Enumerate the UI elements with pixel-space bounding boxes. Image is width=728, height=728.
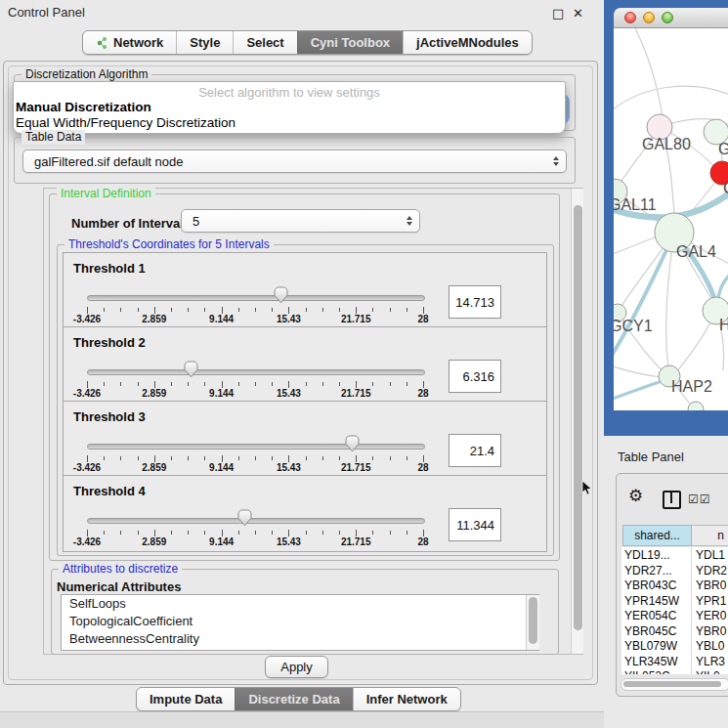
attribute-item-topologicalcoefficient[interactable]: TopologicalCoefficient	[62, 613, 538, 630]
table-cell[interactable]: YDR2	[696, 564, 727, 578]
table-cell[interactable]: YLR345W	[624, 655, 678, 668]
close-window-icon[interactable]: ✕	[573, 6, 583, 21]
minimize-light-icon[interactable]	[643, 12, 655, 23]
threshold-value-field[interactable]: 21.4	[449, 434, 501, 467]
table-cell[interactable]: YDR27...	[624, 564, 672, 578]
float-window-icon[interactable]: □	[552, 6, 564, 21]
tab-jactivemnodules[interactable]: jActiveMNodules	[403, 31, 532, 54]
attributes-list-scrollbar[interactable]	[526, 595, 539, 650]
slider-tick	[356, 381, 357, 388]
number-of-intervals-select[interactable]: 5	[181, 209, 420, 233]
slider-tick	[339, 531, 340, 535]
network-window-titlebar[interactable]	[614, 8, 728, 28]
numerical-attributes-list[interactable]: SelfLoopsTopologicalCoefficientBetweenne…	[61, 594, 539, 651]
tab-style[interactable]: Style	[176, 31, 233, 54]
table-data-selected-value: galFiltered.sif default node	[34, 154, 183, 169]
close-light-icon[interactable]	[624, 12, 636, 23]
attribute-item-selfloops[interactable]: SelfLoops	[62, 595, 538, 613]
tab-cyni-toolbox[interactable]: Cyni Toolbox	[297, 31, 403, 54]
algorithm-option-manual-discretization[interactable]: Manual Discretization	[16, 100, 151, 114]
table-cell[interactable]: YIL052C	[624, 669, 670, 674]
slider-tick	[87, 381, 88, 388]
table-cell[interactable]: YBR0	[696, 624, 726, 638]
table-cell[interactable]: YDL19...	[624, 548, 670, 562]
slider-tick	[255, 308, 256, 312]
columns-icon[interactable]	[663, 491, 681, 509]
network-canvas[interactable]: GAL80GACGAL11GAL4GCY1HHAP2	[614, 28, 728, 410]
tab-discretize-data[interactable]: Discretize Data	[235, 688, 352, 710]
slider-handle[interactable]	[236, 509, 253, 531]
slider-tick	[306, 531, 307, 535]
slider-tick	[120, 308, 121, 312]
table-row[interactable]: YBR045CYBR0	[621, 623, 728, 639]
slider-handle[interactable]	[273, 286, 289, 308]
slider-tick	[339, 382, 340, 386]
table-cell[interactable]: YER0	[696, 609, 726, 622]
table-row[interactable]: YLR345WYLR3	[621, 654, 728, 669]
threshold-value-field[interactable]: 11.344	[449, 508, 501, 541]
slider-tick	[171, 308, 172, 312]
scrollbar-thumb[interactable]	[529, 597, 537, 644]
threshold-value-field[interactable]: 6.316	[449, 360, 501, 393]
slider-tick	[104, 456, 105, 460]
tab-label: Cyni Toolbox	[311, 35, 390, 50]
column-header-name[interactable]: n	[692, 525, 728, 546]
table-row[interactable]: YER054CYER0	[621, 608, 728, 623]
table-cell[interactable]: YPR1	[696, 594, 726, 608]
checkbox-icons[interactable]: ☑☑	[688, 492, 711, 506]
table-cell[interactable]: YBR045C	[624, 624, 676, 638]
slider-tick	[204, 382, 205, 386]
slider-handle[interactable]	[344, 435, 361, 456]
slider-track[interactable]	[87, 444, 425, 450]
tab-impute-data[interactable]: Impute Data	[137, 688, 235, 710]
slider-tick	[288, 455, 289, 462]
slider-tick	[171, 382, 172, 386]
slider-tick	[322, 531, 323, 535]
table-cell[interactable]: YIL0	[696, 669, 720, 674]
table-cell[interactable]: YDL1	[696, 548, 725, 562]
gear-icon[interactable]: ⚙	[628, 488, 643, 504]
slider-track[interactable]	[87, 518, 425, 524]
slider-track[interactable]	[87, 295, 425, 301]
threshold-value-field[interactable]: 14.713	[449, 285, 501, 319]
table-cell[interactable]: YBL079W	[624, 639, 677, 653]
table-cell[interactable]: YPR145W	[624, 594, 679, 608]
table-row[interactable]: YBR043CYBR0	[621, 578, 728, 593]
scrollbar-thumb[interactable]	[623, 681, 721, 687]
tab-select[interactable]: Select	[233, 31, 296, 54]
table-cell[interactable]: YER054C	[624, 609, 676, 622]
zoom-light-icon[interactable]	[662, 12, 673, 23]
attribute-item-betweennesscentrality[interactable]: BetweennessCentrality	[62, 630, 538, 648]
table-cell[interactable]: YBL0	[696, 639, 724, 653]
column-header-shared[interactable]: shared...	[622, 525, 692, 546]
slider-tick	[407, 531, 407, 535]
table-row[interactable]: YDR27...YDR2	[621, 563, 728, 578]
slider-tick	[87, 455, 88, 462]
slider-track[interactable]	[87, 369, 425, 375]
table-rows[interactable]: YDL19...YDL1YDR27...YDR2YBR043CYBR0YPR14…	[621, 547, 728, 674]
combo-arrows-icon	[407, 216, 412, 226]
scrollbar-thumb[interactable]	[574, 205, 582, 630]
apply-button[interactable]: Apply	[265, 656, 328, 678]
algorithm-option-equal-width-frequency-discretization[interactable]: Equal Width/Frequency Discretization	[16, 115, 236, 130]
network-node[interactable]	[688, 402, 704, 410]
slider-tick	[306, 308, 307, 312]
table-row[interactable]: YDL19...YDL1	[621, 547, 728, 563]
slider-tick-label: 2.859	[142, 536, 166, 547]
slider-tick-label: -3.426	[73, 388, 101, 399]
slider-tick	[372, 382, 373, 386]
slider-tick	[423, 530, 424, 536]
table-horizontal-scrollbar[interactable]	[621, 678, 728, 691]
table-cell[interactable]: YBR0	[696, 578, 726, 592]
table-row[interactable]: YBL079WYBL0	[621, 638, 728, 654]
table-cell[interactable]: YLR3	[696, 655, 725, 668]
slider-handle[interactable]	[183, 361, 199, 382]
table-row[interactable]: YPR145WYPR1	[621, 593, 728, 609]
tab-network[interactable]: Network	[83, 31, 176, 54]
table-data-select[interactable]: galFiltered.sif default node	[22, 150, 567, 173]
table-cell[interactable]: YBR043C	[624, 578, 676, 592]
settings-vertical-scrollbar[interactable]	[571, 189, 583, 654]
table-row[interactable]: YIL052CYIL0	[621, 668, 728, 674]
slider-tick	[255, 456, 256, 460]
tab-infer-network[interactable]: Infer Network	[353, 688, 460, 710]
